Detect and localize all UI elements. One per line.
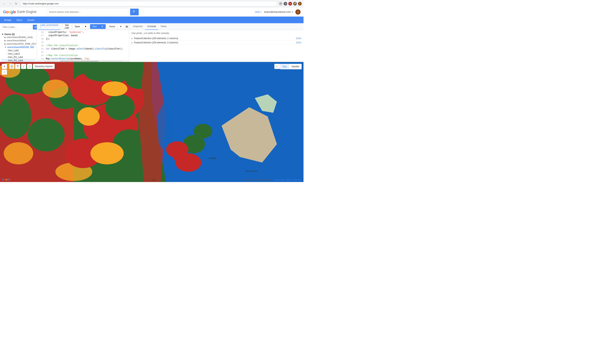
code-line-34: 34 Map.centerObject(classNames, 11); [37,57,129,60]
svg-text:arrabah: arrabah [209,157,216,159]
code-toolbar: Lab4_screenshots * Get Link Save ▼ Run ▼… [37,23,129,30]
grid-view-button[interactable]: ⊞ [125,24,128,29]
tree-user-default[interactable]: ▶ users/shaun/default [1,39,35,42]
code-line-30: 30 //Run the classification [37,44,129,47]
console-item-0[interactable]: ▶ FeatureCollection (100 elements, 2 col… [131,36,301,40]
zoom-out-button[interactable]: − [2,69,7,75]
url-text: https://code.earthengine.google.com [23,2,58,5]
svg-point-27 [194,124,212,139]
save-button[interactable]: Save [72,24,82,29]
geometry-imports-button[interactable]: Geometry Imports [33,64,55,69]
fullscreen-button[interactable]: ⤢ [274,64,279,69]
run-dropdown-button[interactable]: ▼ [99,24,106,29]
terms-link[interactable]: Terms of Use [274,179,285,181]
browser-bar: ← → ↻ https://code.earthengine.google.co… [0,0,304,7]
tree-owner[interactable]: ▼ Owner (6) [1,33,35,36]
save-group: Save ▼ [72,24,89,29]
filter-input[interactable] [1,25,32,29]
reset-button[interactable]: Reset [107,24,117,29]
user-profile-icon[interactable]: S [298,2,302,6]
star-icon[interactable]: ☆ [279,2,282,6]
browser-actions: ☆ ⊙ M 🔑 S [279,2,302,6]
tree-user-env202[interactable]: ▼ users/shaun/ENV202_502 [1,46,35,49]
script-tree: ▼ Owner (6) ▶ users/shaun/Buffalo_study … [0,31,37,62]
tab-assets[interactable]: Assets [25,17,37,23]
tree-file-2[interactable]: ▪ Intro_RS_Lab2 [1,55,35,59]
panels-row: NEW ▼ ▼ Owner (6) ▶ users/shaun/Buffalo_… [0,23,304,62]
map-controls: + − [2,64,7,75]
code-line-26: 26 classProperty: 'landcover', [37,31,129,34]
report-link[interactable]: Report a map error [286,179,302,181]
run-button[interactable]: Run [90,24,99,29]
point-tool-button[interactable]: 📍 [15,64,20,69]
extension-icon[interactable]: M [288,2,292,6]
tree-file-0[interactable]: ▪ Intro_Lab2 [1,49,35,52]
console-hint: Use print(...) to write to this console. [131,32,301,35]
map-container[interactable]: arrabah Fitzroy Island + − ✋ 📍 ╱ ⬡ Geome… [0,62,304,182]
console-item-1[interactable]: ▶ FeatureCollection (100 elements, 0 col… [131,40,301,45]
map-btn[interactable]: Map [280,64,289,69]
hand-tool-button[interactable]: ✋ [9,64,14,69]
code-editor[interactable]: 26 classProperty: 'landcover', 27 inputP… [37,30,129,60]
code-editor-panel: Lab4_screenshots * Get Link Save ▼ Run ▼… [37,23,129,62]
svg-point-5 [28,118,65,152]
help-button[interactable]: Help ▼ [255,11,262,13]
map-attribution: Map data ©2019 GBRMPA, Google Terms of U… [243,179,302,181]
google-logo: Google [3,10,16,14]
horizontal-scrollbar[interactable] [37,60,129,62]
google-logo-map: Google [2,178,11,181]
svg-point-19 [78,107,100,126]
header-right: Help ▼ shaun@shaunlevick.com ▼ S [255,9,301,14]
nav-buttons: ← → ↻ [2,1,19,6]
search-input[interactable] [47,9,130,15]
map-toolbar: ✋ 📍 ╱ ⬡ Geometry Imports [9,64,55,69]
tree-user-env-emm[interactable]: ▶ users/shaun/ENV_EMM_2017 [1,42,35,46]
code-line-32: 32 [37,51,129,54]
back-button[interactable]: ← [2,1,7,6]
save-dropdown-button[interactable]: ▼ [82,24,89,29]
avatar[interactable]: S [295,9,301,14]
code-line-33: 33 //Map the classification [37,54,129,57]
polygon-tool-button[interactable]: ⬡ [27,64,32,69]
url-bar[interactable]: https://code.earthengine.google.com [20,1,277,6]
svg-point-16 [105,94,135,120]
tree-user-buffalo[interactable]: ▶ users/shaun/Buffalo_study [1,36,35,39]
history-icon[interactable]: ⊙ [284,2,287,6]
code-tab-active[interactable]: Lab4_screenshots * [38,23,60,30]
code-line-28: 28 }); [37,37,129,40]
tab-docs[interactable]: Docs [14,17,25,23]
search-bar[interactable]: 🔍 [46,9,139,15]
svg-point-9 [4,142,33,165]
get-link-button[interactable]: Get Link [62,24,71,29]
code-line-29: 29 [37,40,129,44]
tab-inspector[interactable]: Inspector [131,23,145,30]
password-icon[interactable]: 🔑 [293,2,297,6]
user-menu[interactable]: shaun@shaunlevick.com ▼ [264,11,293,13]
svg-point-20 [102,81,127,96]
console-panel: Inspector Console Tasks Use print(...) t… [129,23,304,62]
code-line-27: 27 inputProperties: bands [37,34,129,37]
run-group: Run ▼ [90,24,106,29]
satellite-btn[interactable]: Satellite [289,64,302,69]
line-tool-button[interactable]: ╱ [21,64,26,69]
svg-point-8 [42,80,68,98]
forward-button[interactable]: → [8,1,13,6]
reset-dropdown-button[interactable]: ▼ [117,24,124,29]
map-scale: 2 km [152,179,156,181]
tree-file-1[interactable]: ▪ Intro_Lab22 [1,52,35,55]
map-type-buttons: Map Satellite [280,64,302,69]
nav-tabs: Scripts Docs Assets [0,17,304,23]
tab-scripts[interactable]: Scripts [1,17,14,23]
reset-group: Reset ▼ [107,24,124,29]
app-header: Google Earth Engine 🔍 Help ▼ shaun@shaun… [0,7,304,17]
app-title: Earth Engine [17,10,37,14]
code-line-31: 31 var classified = image.select(bands).… [37,47,129,51]
search-button[interactable]: 🔍 [130,9,139,15]
console-tabs: Inspector Console Tasks [129,23,304,30]
map-canvas: arrabah Fitzroy Island [0,62,304,182]
reload-button[interactable]: ↻ [14,1,19,6]
tab-console[interactable]: Console [145,23,158,30]
tree-file-3[interactable]: ▪ Intro_RS_Lab4 [1,59,35,62]
tab-tasks[interactable]: Tasks [158,23,169,30]
zoom-in-button[interactable]: + [2,64,7,69]
